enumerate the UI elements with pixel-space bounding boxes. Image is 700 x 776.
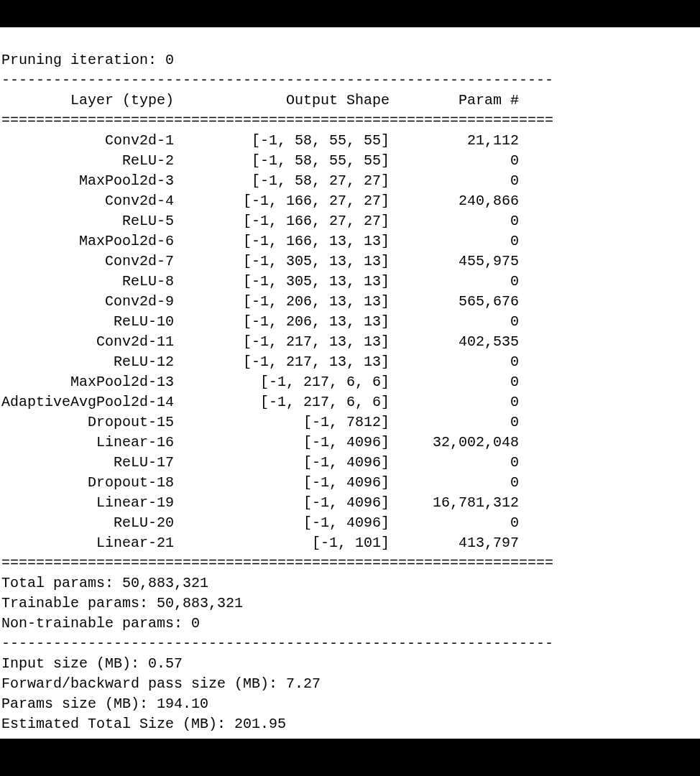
terminal-content: Pruning iteration: 0 -------------------… (0, 27, 700, 739)
model-summary-output: Pruning iteration: 0 -------------------… (0, 47, 700, 757)
